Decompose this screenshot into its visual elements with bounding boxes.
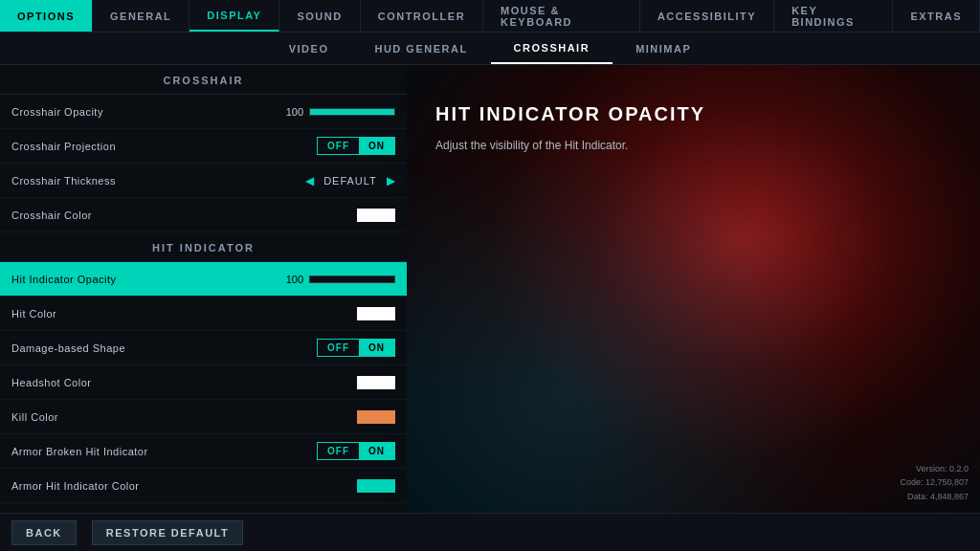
nav-display[interactable]: DISPLAY <box>189 0 279 32</box>
row-kill-color[interactable]: Kill Color <box>0 400 407 434</box>
section-hit-indicator-header: HIT INDICATOR <box>0 232 407 262</box>
row-armor-broken[interactable]: Armor Broken Hit Indicator OFF ON <box>0 434 407 469</box>
row-hit-indicator-opacity[interactable]: Hit Indicator Opacity 100 <box>0 262 407 297</box>
restore-default-button[interactable]: RESTORE DEFAULT <box>92 520 243 545</box>
slider-fill <box>310 276 394 282</box>
hit-color-swatch[interactable] <box>357 307 395 320</box>
back-button[interactable]: BACK <box>11 520 77 545</box>
toggle-on[interactable]: ON <box>359 138 394 154</box>
row-hit-color[interactable]: Hit Color <box>0 297 407 331</box>
crosshair-opacity-slider[interactable] <box>309 108 395 116</box>
row-crosshair-projection[interactable]: Crosshair Projection OFF ON <box>0 129 407 164</box>
armor-broken-control: OFF ON <box>317 442 395 460</box>
headshot-color-control <box>357 376 395 389</box>
damage-shape-control: OFF ON <box>317 339 395 357</box>
nav-key-bindings[interactable]: KEY BINDINGS <box>774 0 893 32</box>
arrow-selector: ◀ DEFAULT ▶ <box>305 174 395 187</box>
sub-nav: VIDEO HUD GENERAL CROSSHAIR MINIMAP <box>0 33 980 65</box>
nav-mouse-keyboard[interactable]: MOUSE & KEYBOARD <box>483 0 640 32</box>
damage-shape-toggle[interactable]: OFF ON <box>317 339 395 357</box>
hit-opacity-control: 100 <box>279 274 395 285</box>
left-panel: CROSSHAIR Crosshair Opacity 100 Crosshai… <box>0 65 407 513</box>
crosshair-thickness-control: ◀ DEFAULT ▶ <box>305 174 395 187</box>
subnav-hud-general[interactable]: HUD GENERAL <box>351 33 490 64</box>
armor-broken-toggle[interactable]: OFF ON <box>317 442 395 460</box>
subnav-video[interactable]: VIDEO <box>266 33 352 64</box>
arrow-right[interactable]: ▶ <box>387 174 395 187</box>
toggle-off[interactable]: OFF <box>318 443 359 459</box>
subnav-minimap[interactable]: MINIMAP <box>612 33 714 64</box>
section-crosshair-header: CROSSHAIR <box>0 65 407 95</box>
armor-hit-color-control <box>357 479 395 493</box>
hit-color-control <box>357 307 395 320</box>
headshot-color-swatch[interactable] <box>357 376 395 389</box>
nav-general[interactable]: GENERAL <box>93 0 189 32</box>
nav-extras[interactable]: EXTRAS <box>893 0 980 32</box>
crosshair-projection-toggle[interactable]: OFF ON <box>317 137 395 155</box>
version-info: Version: 0.2.0 Code: 12,750,807 Data: 4,… <box>900 462 969 503</box>
hit-opacity-slider[interactable] <box>309 276 395 283</box>
row-armor-hit-color[interactable]: Armor Hit Indicator Color <box>0 469 407 503</box>
row-crosshair-color[interactable]: Crosshair Color <box>0 198 407 232</box>
row-crosshair-opacity[interactable]: Crosshair Opacity 100 <box>0 95 407 129</box>
row-crosshair-thickness[interactable]: Crosshair Thickness ◀ DEFAULT ▶ <box>0 164 407 198</box>
subnav-crosshair[interactable]: CROSSHAIR <box>491 33 613 64</box>
crosshair-color-control <box>357 209 395 222</box>
row-damage-shape[interactable]: Damage-based Shape OFF ON <box>0 331 407 365</box>
top-nav: OPTIONS GENERAL DISPLAY SOUND CONTROLLER… <box>0 0 980 33</box>
armor-hit-color-swatch[interactable] <box>357 479 395 493</box>
crosshair-projection-control: OFF ON <box>317 137 395 155</box>
nav-options[interactable]: OPTIONS <box>0 0 93 32</box>
kill-color-control <box>357 410 395 424</box>
toggle-on[interactable]: ON <box>359 443 394 459</box>
detail-title: HIT INDICATOR OPACITY <box>435 103 951 125</box>
slider-fill <box>310 109 394 115</box>
arrow-left[interactable]: ◀ <box>305 174 314 187</box>
nav-sound[interactable]: SOUND <box>279 0 360 32</box>
toggle-off[interactable]: OFF <box>318 138 359 154</box>
crosshair-opacity-control: 100 <box>279 106 395 118</box>
main-content: CROSSHAIR Crosshair Opacity 100 Crosshai… <box>0 65 980 513</box>
right-panel: HIT INDICATOR OPACITY Adjust the visibil… <box>407 65 980 513</box>
toggle-off[interactable]: OFF <box>318 340 359 356</box>
row-headshot-color[interactable]: Headshot Color <box>0 365 407 400</box>
nav-controller[interactable]: CONTROLLER <box>361 0 483 32</box>
detail-description: Adjust the visibility of the Hit Indicat… <box>435 137 951 154</box>
toggle-on[interactable]: ON <box>359 340 394 356</box>
kill-color-swatch[interactable] <box>357 410 395 424</box>
crosshair-color-swatch[interactable] <box>357 209 395 222</box>
bottom-bar: BACK RESTORE DEFAULT <box>0 513 980 551</box>
nav-accessibility[interactable]: ACCESSIBILITY <box>640 0 774 32</box>
